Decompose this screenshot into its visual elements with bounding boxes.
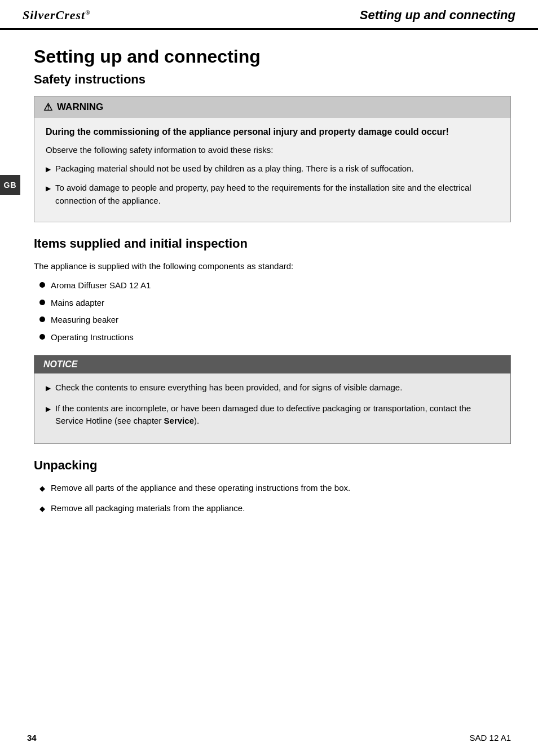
notice-box: NOTICE Check the contents to ensure ever… [34,355,511,444]
notice-label: NOTICE [43,359,77,369]
notice-item2-text: If the contents are incomplete, or have … [55,402,499,428]
brand-sup: ® [85,9,90,16]
list-item: Packaging material should not be used by… [46,162,499,175]
supplied-heading: Items supplied and initial inspection [34,236,511,252]
page-number: 34 [27,733,37,742]
list-item: If the contents are incomplete, or have … [46,402,499,428]
bullet-dot [39,300,45,305]
unpacking-heading: Unpacking [34,458,511,474]
warning-label: WARNING [57,102,103,113]
warning-header: ⚠ WARNING [34,96,510,118]
list-item: Mains adapter [39,297,511,310]
list-item: Operating Instructions [39,331,511,344]
warning-body: During the commissioning of the applianc… [34,118,510,222]
model-number: SAD 12 A1 [470,733,511,742]
unpacking-section: Unpacking Remove all parts of the applia… [34,458,511,515]
notice-list: Check the contents to ensure everything … [46,381,499,428]
list-item: To avoid damage to people and property, … [46,182,499,207]
supplied-section: Items supplied and initial inspection Th… [34,236,511,444]
brand-name: SilverCrest [23,8,85,22]
warning-box: ⚠ WARNING During the commissioning of th… [34,96,511,222]
bullet-dot [39,334,45,340]
list-item: Check the contents to ensure everything … [46,381,499,394]
warning-list: Packaging material should not be used by… [46,162,499,208]
language-tab: GB [0,175,20,195]
page-header: SilverCrest® Setting up and connecting [0,0,538,30]
main-content: Setting up and connecting Safety instruc… [0,30,538,549]
header-title: Setting up and connecting [360,8,515,23]
safety-section: Safety instructions ⚠ WARNING During the… [34,72,511,222]
notice-header: NOTICE [34,355,510,373]
supplied-list: Aroma Diffuser SAD 12 A1 Mains adapter M… [34,279,511,344]
list-item: Measuring beaker [39,314,511,327]
language-label: GB [4,181,17,190]
list-item: Remove all packaging materials from the … [39,502,511,515]
bullet-dot [39,282,45,288]
warning-icon: ⚠ [43,101,52,113]
unpacking-list: Remove all parts of the appliance and th… [34,482,511,515]
warning-intro: Observe the following safety information… [46,144,499,157]
list-item: Aroma Diffuser SAD 12 A1 [39,279,511,292]
brand-logo: SilverCrest® [23,8,90,23]
bullet-dot [39,317,45,322]
page-footer: 34 SAD 12 A1 [27,733,511,742]
page-title: Setting up and connecting [34,46,511,67]
supplied-intro: The appliance is supplied with the follo… [34,260,511,273]
list-item: Remove all parts of the appliance and th… [39,482,511,495]
warning-bold-text: During the commissioning of the applianc… [46,126,499,138]
notice-body: Check the contents to ensure everything … [34,373,510,443]
notice-bold-service: Service [164,416,194,425]
safety-heading: Safety instructions [34,72,511,88]
